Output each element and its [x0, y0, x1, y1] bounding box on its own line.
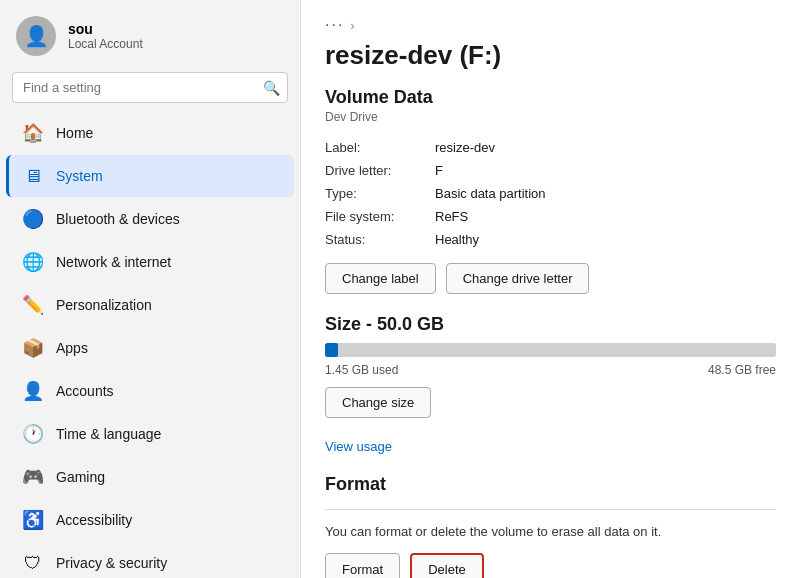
sidebar-item-label: Privacy & security — [56, 555, 167, 571]
sidebar-item-label: Home — [56, 125, 93, 141]
sidebar-item-apps[interactable]: 📦 Apps — [6, 327, 294, 369]
sidebar-item-gaming[interactable]: 🎮 Gaming — [6, 456, 294, 498]
progress-bar-fill — [325, 343, 338, 357]
sidebar-item-label: Gaming — [56, 469, 105, 485]
format-section: Format You can format or delete the volu… — [325, 474, 776, 578]
sidebar-item-label: Accessibility — [56, 512, 132, 528]
sidebar: 👤 sou Local Account 🔍 🏠 Home 🖥 System 🔵 … — [0, 0, 300, 578]
user-info: sou Local Account — [68, 21, 143, 51]
sidebar-item-label: Time & language — [56, 426, 161, 442]
info-value: ReFS — [435, 207, 776, 226]
volume-buttons: Change label Change drive letter — [325, 263, 776, 294]
sidebar-item-home[interactable]: 🏠 Home — [6, 112, 294, 154]
info-label: Status: — [325, 230, 435, 249]
sidebar-item-network[interactable]: 🌐 Network & internet — [6, 241, 294, 283]
bluetooth-icon: 🔵 — [22, 208, 44, 230]
network-icon: 🌐 — [22, 251, 44, 273]
main-content: ··· › resize-dev (F:) Volume Data Dev Dr… — [300, 0, 800, 578]
info-label: File system: — [325, 207, 435, 226]
info-label: Drive letter: — [325, 161, 435, 180]
user-account-type: Local Account — [68, 37, 143, 51]
system-icon: 🖥 — [22, 165, 44, 187]
format-divider — [325, 509, 776, 510]
progress-bar-container — [325, 343, 776, 357]
used-label: 1.45 GB used — [325, 363, 398, 377]
volume-section: Volume Data Dev Drive Label:resize-devDr… — [325, 87, 776, 294]
breadcrumb: ··· › — [325, 16, 776, 34]
user-section: 👤 sou Local Account — [0, 0, 300, 68]
time-icon: 🕐 — [22, 423, 44, 445]
info-value: Healthy — [435, 230, 776, 249]
info-table: Label:resize-devDrive letter:FType:Basic… — [325, 138, 776, 249]
change-label-button[interactable]: Change label — [325, 263, 436, 294]
change-size-button[interactable]: Change size — [325, 387, 431, 418]
format-button[interactable]: Format — [325, 553, 400, 578]
search-box[interactable]: 🔍 — [12, 72, 288, 103]
accounts-icon: 👤 — [22, 380, 44, 402]
info-label: Label: — [325, 138, 435, 157]
sidebar-item-accounts[interactable]: 👤 Accounts — [6, 370, 294, 412]
view-usage-link[interactable]: View usage — [325, 439, 392, 454]
size-section: Size - 50.0 GB 1.45 GB used 48.5 GB free… — [325, 314, 776, 454]
search-input[interactable] — [12, 72, 288, 103]
free-label: 48.5 GB free — [708, 363, 776, 377]
format-title: Format — [325, 474, 776, 495]
size-labels: 1.45 GB used 48.5 GB free — [325, 363, 776, 377]
sidebar-item-system[interactable]: 🖥 System — [6, 155, 294, 197]
user-name: sou — [68, 21, 143, 37]
sidebar-item-bluetooth[interactable]: 🔵 Bluetooth & devices — [6, 198, 294, 240]
delete-button[interactable]: Delete — [410, 553, 484, 578]
privacy-icon: 🛡 — [22, 552, 44, 574]
info-value: F — [435, 161, 776, 180]
gaming-icon: 🎮 — [22, 466, 44, 488]
sidebar-item-label: Network & internet — [56, 254, 171, 270]
size-title: Size - 50.0 GB — [325, 314, 776, 335]
sidebar-item-privacy[interactable]: 🛡 Privacy & security — [6, 542, 294, 578]
sidebar-item-label: Bluetooth & devices — [56, 211, 180, 227]
size-buttons: Change size — [325, 387, 776, 418]
info-value: resize-dev — [435, 138, 776, 157]
accessibility-icon: ♿ — [22, 509, 44, 531]
volume-section-subtitle: Dev Drive — [325, 110, 776, 124]
nav-list: 🏠 Home 🖥 System 🔵 Bluetooth & devices 🌐 … — [0, 111, 300, 578]
change-drive-letter-button[interactable]: Change drive letter — [446, 263, 590, 294]
breadcrumb-dots: ··· — [325, 16, 344, 34]
page-title: resize-dev (F:) — [325, 40, 776, 71]
volume-section-title: Volume Data — [325, 87, 776, 108]
sidebar-item-label: System — [56, 168, 103, 184]
sidebar-item-label: Personalization — [56, 297, 152, 313]
format-description: You can format or delete the volume to e… — [325, 524, 776, 539]
sidebar-item-label: Apps — [56, 340, 88, 356]
format-buttons: Format Delete — [325, 553, 776, 578]
sidebar-item-label: Accounts — [56, 383, 114, 399]
sidebar-item-time[interactable]: 🕐 Time & language — [6, 413, 294, 455]
personalization-icon: ✏️ — [22, 294, 44, 316]
breadcrumb-separator: › — [350, 18, 354, 33]
info-label: Type: — [325, 184, 435, 203]
avatar: 👤 — [16, 16, 56, 56]
home-icon: 🏠 — [22, 122, 44, 144]
sidebar-item-accessibility[interactable]: ♿ Accessibility — [6, 499, 294, 541]
apps-icon: 📦 — [22, 337, 44, 359]
sidebar-item-personalization[interactable]: ✏️ Personalization — [6, 284, 294, 326]
info-value: Basic data partition — [435, 184, 776, 203]
search-icon: 🔍 — [263, 80, 280, 96]
